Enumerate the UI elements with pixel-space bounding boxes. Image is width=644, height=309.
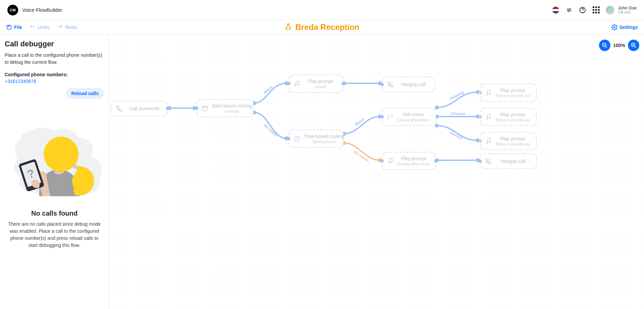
svg-point-45 [489,118,490,119]
svg-point-41 [391,162,392,163]
clock-icon [293,135,301,142]
node-play-finance[interactable]: Play prompt Please hold while we [480,108,537,126]
app-title: Voice FlowBuilder [22,7,62,13]
topbar-right: John Doe CM.com [552,5,637,15]
svg-point-38 [298,84,299,85]
node-play-closed[interactable]: Play prompt Closed [288,75,343,93]
svg-point-3 [44,137,79,172]
phones-label: Configured phone numbers: [5,72,104,77]
phone-icon [116,105,123,112]
flask-icon [285,23,292,32]
empty-illustration: ? [7,112,101,200]
music-icon [485,113,492,121]
undo-button[interactable]: Undo [30,24,50,30]
node-play-shipping[interactable]: Play prompt Please hold while we [480,84,537,102]
node-call-answered[interactable]: Call answered [111,101,168,116]
node-time-routing[interactable]: Time-based routing Opening hours [288,130,343,148]
topbar: CM Voice FlowBuilder John Doe CM.com [0,0,644,20]
user-menu[interactable]: John Doe CM.com [606,5,637,15]
help-icon[interactable] [579,6,586,14]
music-icon [386,157,394,165]
topbar-left: CM Voice FlowBuilder [7,5,62,15]
zoom-controls: 100% [599,40,639,51]
svg-rect-36 [202,106,208,111]
locale-flag[interactable] [552,6,559,14]
svg-point-46 [486,142,487,143]
svg-point-42 [486,94,487,95]
calendar-icon [201,104,209,112]
empty-title: No calls found [31,210,78,217]
sidebar: Call debugger Place a call to the config… [0,34,109,309]
empty-desc: There are no calls placed since debug mo… [5,221,104,249]
svg-point-43 [489,93,490,94]
user-org: CM.com [618,10,637,14]
apps-icon[interactable] [592,6,600,14]
node-hangup-1[interactable]: Hangup call [382,77,435,92]
music-icon [293,80,301,87]
music-icon [485,89,492,96]
zoom-level: 100% [613,43,625,48]
flow-canvas[interactable]: 100% Match No match [109,34,644,309]
settings-button[interactable]: Settings [611,24,638,30]
swap-icon[interactable] [565,6,573,14]
node-hangup-2[interactable]: Hangup call [480,153,537,169]
music-icon [485,137,492,145]
svg-point-44 [486,118,487,119]
hangup-icon [386,81,394,88]
flow-title: Breda Reception [295,23,360,32]
user-name: John Doe [618,5,637,11]
node-play-general[interactable]: Play prompt Please hold while we [480,132,537,150]
svg-point-40 [388,162,389,163]
svg-point-2 [614,26,615,28]
branch-icon [386,113,394,121]
sidebar-desc: Place a call to the configured phone num… [5,52,104,66]
svg-point-37 [295,85,296,86]
avatar [606,6,614,14]
zoom-out-button[interactable] [599,40,610,51]
node-ivr[interactable]: IVR menu Choose department [382,108,436,126]
reload-calls-button[interactable]: Reload calls [66,88,104,99]
hangup-icon [485,158,492,165]
svg-point-47 [489,142,490,143]
zoom-in-button[interactable] [628,40,639,51]
file-button[interactable]: File [6,24,22,30]
toolbar: File Undo Redo Breda Reception Settings [0,20,644,34]
node-play-outside[interactable]: Play prompt Outside office hours [382,152,436,170]
app-logo: CM [7,5,18,15]
node-date-routing[interactable]: Date-based routing Holidays [196,99,254,117]
redo-button[interactable]: Redo [57,24,77,30]
sidebar-title: Call debugger [5,40,104,48]
phone-number[interactable]: +31612345678 [5,79,104,84]
